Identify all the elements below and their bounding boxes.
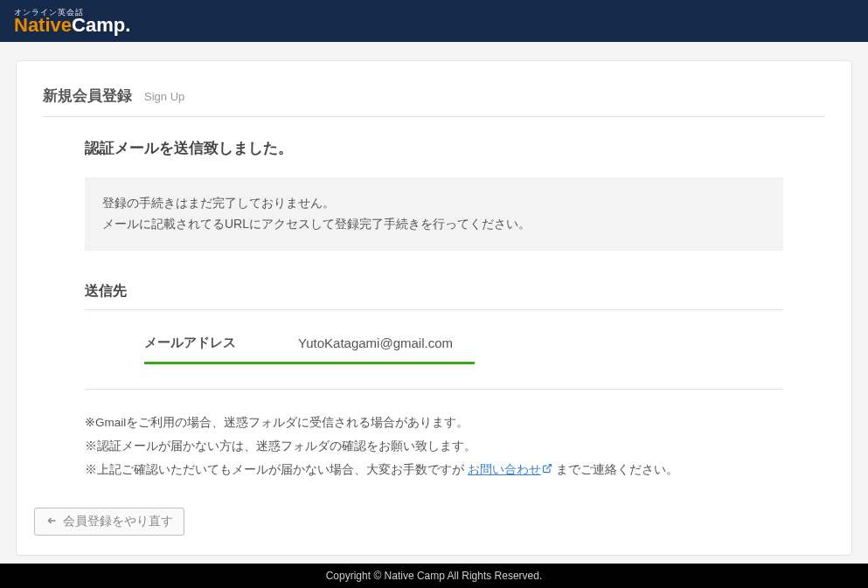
email-row: メールアドレス YutoKatagami@gmail.com xyxy=(144,335,475,364)
site-header: オンライン英会話 NativeCamp. xyxy=(0,0,868,42)
page-title-en: Sign Up xyxy=(144,90,184,103)
back-arrow-icon xyxy=(45,515,58,529)
note-3-before: ※上記ご確認いただいてもメールが届かない場合、大変お手数ですが xyxy=(85,463,468,476)
svg-line-0 xyxy=(546,464,552,469)
confirm-title: 認証メールを送信致しました。 xyxy=(85,138,783,158)
note-1: ※Gmailをご利用の場合、迷惑フォルダに受信される場合があります。 xyxy=(85,411,783,434)
logo-text: NativeCamp. xyxy=(14,16,130,35)
note-2: ※認証メールが届かない方は、迷惑フォルダの確認をお願い致します。 xyxy=(85,434,783,458)
page-title-jp: 新規会員登録 xyxy=(43,86,132,106)
divider xyxy=(85,389,783,390)
contact-link[interactable]: お問い合わせ xyxy=(468,463,552,476)
contact-link-text: お問い合わせ xyxy=(468,463,541,476)
notice-box: 登録の手続きはまだ完了しておりません。 メールに記載されてるURLにアクセスして… xyxy=(85,177,783,251)
email-label: メールアドレス xyxy=(144,335,298,351)
notice-line-2: メールに記載されてるURLにアクセスして登録完了手続きを行ってください。 xyxy=(102,214,766,235)
logo-word-camp: Camp. xyxy=(72,14,130,36)
external-link-icon xyxy=(542,460,552,481)
note-3-after: までご連絡ください。 xyxy=(552,463,678,476)
signup-card: 新規会員登録 Sign Up 認証メールを送信致しました。 登録の手続きはまだ完… xyxy=(16,60,852,556)
note-3: ※上記ご確認いただいてもメールが届かない場合、大変お手数ですが お問い合わせ ま… xyxy=(85,458,783,481)
logo-word-native: Native xyxy=(14,14,72,36)
copyright-text: Copyright © Native Camp All Rights Reser… xyxy=(326,570,543,582)
redo-signup-button[interactable]: 会員登録をやり直す xyxy=(34,508,184,536)
sendto-heading: 送信先 xyxy=(85,282,783,310)
email-value: YutoKatagami@gmail.com xyxy=(298,336,453,350)
content-inner: 認証メールを送信致しました。 登録の手続きはまだ完了しておりません。 メールに記… xyxy=(43,138,825,481)
site-footer: Copyright © Native Camp All Rights Reser… xyxy=(0,564,868,588)
redo-signup-label: 会員登録をやり直す xyxy=(63,514,173,529)
page-heading: 新規会員登録 Sign Up xyxy=(43,86,825,117)
notice-line-1: 登録の手続きはまだ完了しておりません。 xyxy=(102,193,766,214)
logo[interactable]: オンライン英会話 NativeCamp. xyxy=(14,7,130,35)
